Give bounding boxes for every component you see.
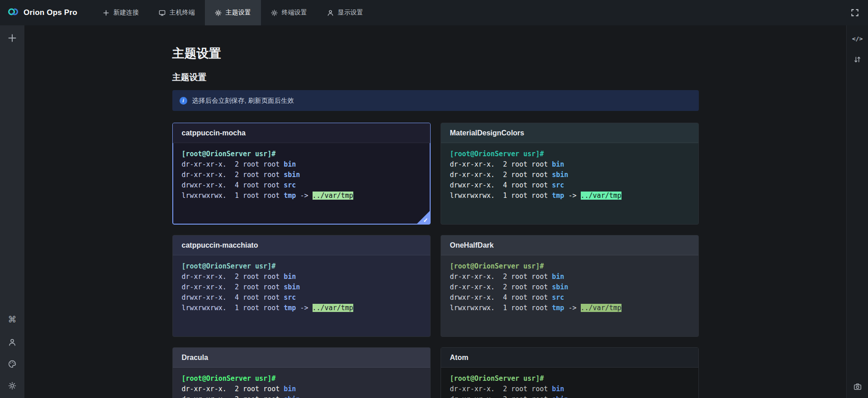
terminal-monitor-icon — [159, 10, 166, 16]
left-sidebar: ⌘ — [0, 25, 24, 398]
terminal-line: [root@OrionServer usr]# — [450, 261, 689, 272]
info-icon: i — [180, 97, 187, 105]
terminal-preview: [root@OrionServer usr]#dr-xr-xr-x. 2 roo… — [441, 255, 698, 313]
terminal-dir: bin — [552, 273, 564, 281]
nav-item-label: 新建连接 — [114, 9, 139, 17]
theme-card-materialdesigncolors[interactable]: MaterialDesignColors [root@OrionServer u… — [441, 123, 699, 225]
terminal-dir: tmp — [284, 304, 296, 312]
terminal-prompt: [root@OrionServer usr]# — [182, 150, 276, 158]
workspace: ⌘ 主题设置 主题设置 i 选择后会立刻保存, 刷新页面后生效 catppucc — [0, 25, 868, 398]
terminal-line: drwxr-xr-x. 4 root root src — [450, 180, 689, 191]
user-icon[interactable] — [8, 338, 16, 346]
theme-card-catppuccin-mocha[interactable]: catppuccin-mocha [root@OrionServer usr]#… — [172, 123, 431, 225]
terminal-line: lrwxrwxrwx. 1 root root tmp -> ../var/tm… — [182, 191, 421, 201]
terminal-preview: [root@OrionServer usr]#dr-xr-xr-x. 2 roo… — [441, 368, 698, 398]
terminal-line: dr-xr-xr-x. 2 root root sbin — [450, 282, 689, 293]
right-sidebar: </> — [846, 25, 868, 398]
theme-name: MaterialDesignColors — [441, 123, 698, 143]
terminal-dir: src — [552, 293, 564, 302]
terminal-line: dr-xr-xr-x. 2 root root bin — [450, 384, 689, 394]
terminal-line: [root@OrionServer usr]# — [450, 149, 689, 159]
nav-item-theme-settings[interactable]: 主题设置 — [205, 0, 261, 25]
terminal-line: [root@OrionServer usr]# — [182, 261, 421, 272]
check-icon: ✓ — [423, 217, 428, 223]
terminal-line: drwxr-xr-x. 4 root root src — [182, 180, 421, 191]
terminal-prompt: [root@OrionServer usr]# — [450, 150, 544, 158]
terminal-line: dr-xr-xr-x. 2 root root bin — [182, 384, 421, 394]
theme-grid: catppuccin-mocha [root@OrionServer usr]#… — [172, 123, 699, 398]
add-connection-icon[interactable] — [8, 34, 17, 43]
terminal-line: drwxr-xr-x. 4 root root src — [450, 293, 689, 303]
nav-item-new-connection[interactable]: 新建连接 — [93, 0, 149, 25]
display-user-icon — [327, 10, 334, 16]
app-title: Orion Ops Pro — [24, 8, 77, 17]
terminal-dir: sbin — [284, 283, 300, 291]
theme-name: catppuccin-macchiato — [173, 235, 430, 255]
terminal-dir: src — [284, 293, 296, 302]
settings-gear-icon[interactable] — [8, 382, 16, 390]
terminal-line: lrwxrwxrwx. 1 root root tmp -> ../var/tm… — [182, 303, 421, 313]
terminal-symlink: ../var/tmp — [581, 192, 621, 200]
terminal-line: dr-xr-xr-x. 2 root root bin — [450, 272, 689, 282]
terminal-preview: [root@OrionServer usr]#dr-xr-xr-x. 2 roo… — [173, 368, 430, 398]
terminal-line: dr-xr-xr-x. 2 root root sbin — [450, 170, 689, 180]
terminal-symlink: ../var/tmp — [581, 304, 621, 312]
terminal-line: dr-xr-xr-x. 2 root root sbin — [182, 282, 421, 293]
section-title: 主题设置 — [172, 72, 699, 82]
terminal-prompt: [root@OrionServer usr]# — [450, 262, 544, 270]
theme-card-catppuccin-macchiato[interactable]: catppuccin-macchiato [root@OrionServer u… — [172, 235, 431, 337]
settings-page: 主题设置 主题设置 i 选择后会立刻保存, 刷新页面后生效 catppuccin… — [172, 25, 699, 398]
terminal-line: dr-xr-xr-x. 2 root root sbin — [182, 170, 421, 180]
rightbar-bottom-group — [854, 383, 862, 391]
info-alert: i 选择后会立刻保存, 刷新页面后生效 — [172, 90, 699, 111]
terminal-symlink: ../var/tmp — [313, 304, 353, 312]
nav-item-label: 显示设置 — [338, 9, 363, 17]
plus-icon — [103, 10, 109, 16]
terminal-dir: bin — [284, 273, 296, 281]
nav-item-label: 主题设置 — [226, 9, 251, 17]
terminal-line: dr-xr-xr-x. 2 root root bin — [182, 272, 421, 282]
terminal-line: dr-xr-xr-x. 2 root root bin — [450, 159, 689, 170]
terminal-line: dr-xr-xr-x. 2 root root sbin — [450, 394, 689, 398]
camera-icon[interactable] — [854, 383, 862, 391]
alert-text: 选择后会立刻保存, 刷新页面后生效 — [192, 96, 294, 105]
terminal-line: drwxr-xr-x. 4 root root src — [182, 293, 421, 303]
terminal-dir: tmp — [552, 192, 564, 200]
fullscreen-icon[interactable] — [851, 9, 859, 17]
terminal-line: lrwxrwxrwx. 1 root root tmp -> ../var/tm… — [450, 303, 689, 313]
nav-item-terminal-settings[interactable]: 终端设置 — [261, 0, 317, 25]
theme-card-atom[interactable]: Atom [root@OrionServer usr]#dr-xr-xr-x. … — [441, 347, 699, 398]
terminal-dir: tmp — [552, 304, 564, 312]
terminal-dir: sbin — [552, 283, 568, 291]
sidebar-bottom-group: ⌘ — [8, 314, 17, 390]
code-icon[interactable]: </> — [852, 35, 863, 42]
terminal-line: [root@OrionServer usr]# — [450, 374, 689, 384]
top-navbar: Orion Ops Pro 新建连接 主机终端 主题设置 终端设置 — [0, 0, 868, 25]
sort-icon[interactable] — [854, 56, 861, 63]
terminal-prompt: [root@OrionServer usr]# — [182, 374, 276, 383]
terminal-dir: sbin — [284, 171, 300, 179]
app-logo[interactable]: Orion Ops Pro — [7, 6, 77, 19]
terminal-dir: src — [552, 181, 564, 189]
theme-palette-icon[interactable] — [8, 360, 16, 368]
terminal-dir: tmp — [284, 192, 296, 200]
theme-card-onehalfdark[interactable]: OneHalfDark [root@OrionServer usr]#dr-xr… — [441, 235, 699, 337]
terminal-symlink: ../var/tmp — [313, 192, 353, 200]
terminal-prompt: [root@OrionServer usr]# — [450, 374, 544, 383]
terminal-line: [root@OrionServer usr]# — [182, 374, 421, 384]
terminal-preview: [root@OrionServer usr]#dr-xr-xr-x. 2 roo… — [173, 143, 430, 201]
terminal-dir: src — [284, 181, 296, 189]
nav-item-host-terminal[interactable]: 主机终端 — [149, 0, 205, 25]
terminal-line: [root@OrionServer usr]# — [182, 149, 421, 159]
terminal-dir: sbin — [552, 171, 568, 179]
theme-name: OneHalfDark — [441, 235, 698, 255]
theme-name: catppuccin-mocha — [173, 123, 430, 143]
nav-item-display-settings[interactable]: 显示设置 — [317, 0, 373, 25]
theme-card-dracula[interactable]: Dracula [root@OrionServer usr]#dr-xr-xr-… — [172, 347, 431, 398]
command-icon[interactable]: ⌘ — [8, 314, 17, 325]
terminal-dir: bin — [284, 385, 296, 393]
page-title: 主题设置 — [172, 46, 699, 61]
terminal-line: dr-xr-xr-x. 2 root root bin — [182, 159, 421, 170]
terminal-line: dr-xr-xr-x. 2 root root sbin — [182, 394, 421, 398]
terminal-line: lrwxrwxrwx. 1 root root tmp -> ../var/tm… — [450, 191, 689, 201]
